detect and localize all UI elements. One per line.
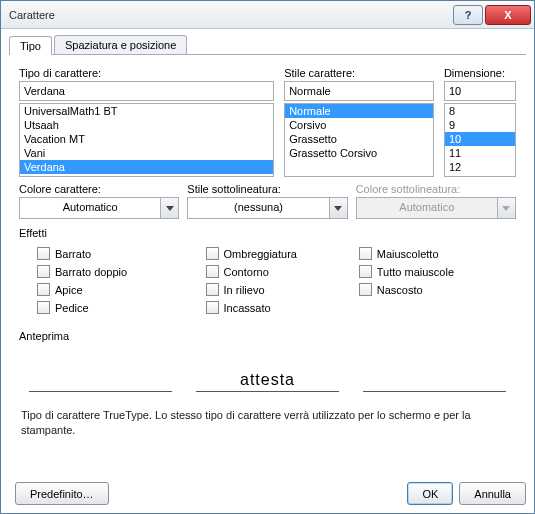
style-listbox[interactable]: Normale Corsivo Grassetto Grassetto Cors… (284, 103, 434, 177)
tab-spacing-label: Spaziatura e posizione (65, 39, 176, 51)
checkbox-engrave[interactable]: Incassato (206, 301, 359, 314)
font-label: Tipo di carattere: (19, 67, 274, 79)
list-item[interactable]: 8 (445, 104, 515, 118)
character-dialog: Carattere ? X Tipo Spaziatura e posizion… (0, 0, 535, 514)
checkbox-icon (37, 283, 50, 296)
preview-text: attesta (240, 371, 295, 391)
checkbox-icon (37, 247, 50, 260)
checkbox-superscript[interactable]: Apice (37, 283, 206, 296)
list-item[interactable]: Normale (285, 104, 433, 118)
checkbox-icon (206, 283, 219, 296)
list-item[interactable]: 12 (445, 160, 515, 174)
checkbox-smallcaps[interactable]: Maiuscoletto (359, 247, 512, 260)
list-item[interactable]: Grassetto Corsivo (285, 146, 433, 160)
preview-area: attesta (19, 346, 516, 400)
close-button[interactable]: X (485, 5, 531, 25)
cancel-button[interactable]: Annulla (459, 482, 526, 505)
font-color-dropdown[interactable]: Automatico (19, 197, 179, 219)
checkbox-icon (359, 265, 372, 278)
list-item[interactable]: Utsaah (20, 118, 273, 132)
checkbox-icon (206, 265, 219, 278)
checkbox-shadow[interactable]: Ombreggiatura (206, 247, 359, 260)
tab-type-label: Tipo (20, 40, 41, 52)
checkbox-outline[interactable]: Contorno (206, 265, 359, 278)
underline-style-dropdown[interactable]: (nessuna) (187, 197, 347, 219)
chevron-down-icon (497, 198, 515, 218)
tab-spacing[interactable]: Spaziatura e posizione (54, 35, 187, 54)
underline-color-label: Colore sottolineatura: (356, 183, 516, 195)
window-title: Carattere (1, 9, 452, 21)
size-listbox[interactable]: 8 9 10 11 12 (444, 103, 516, 177)
font-input[interactable] (19, 81, 274, 101)
checkbox-icon (359, 283, 372, 296)
checkbox-icon (206, 247, 219, 260)
list-item[interactable]: 10 (445, 132, 515, 146)
underline-style-label: Stile sottolineatura: (187, 183, 347, 195)
font-color-value: Automatico (20, 198, 160, 218)
checkbox-icon (37, 301, 50, 314)
underline-color-value: Automatico (357, 198, 497, 218)
style-label: Stile carattere: (284, 67, 434, 79)
titlebar: Carattere ? X (1, 1, 534, 29)
tab-type[interactable]: Tipo (9, 36, 52, 55)
checkbox-allcaps[interactable]: Tutto maiuscole (359, 265, 512, 278)
font-listbox[interactable]: UniversalMath1 BT Utsaah Vacation MT Van… (19, 103, 274, 177)
list-item[interactable]: Vani (20, 146, 273, 160)
list-item[interactable]: Corsivo (285, 118, 433, 132)
list-item[interactable]: Grassetto (285, 132, 433, 146)
list-item[interactable]: 9 (445, 118, 515, 132)
chevron-down-icon (160, 198, 178, 218)
default-button[interactable]: Predefinito… (15, 482, 109, 505)
ok-button[interactable]: OK (407, 482, 453, 505)
underline-color-dropdown: Automatico (356, 197, 516, 219)
font-color-label: Colore carattere: (19, 183, 179, 195)
checkbox-icon (37, 265, 50, 278)
footnote-text: Tipo di carattere TrueType. Lo stesso ti… (9, 400, 526, 446)
list-item[interactable]: 11 (445, 146, 515, 160)
size-label: Dimensione: (444, 67, 516, 79)
checkbox-strikethrough[interactable]: Barrato (37, 247, 206, 260)
effects-label: Effetti (19, 227, 516, 239)
chevron-down-icon (329, 198, 347, 218)
checkbox-emboss[interactable]: In rilievo (206, 283, 359, 296)
tab-bar: Tipo Spaziatura e posizione (9, 35, 526, 55)
style-input[interactable] (284, 81, 434, 101)
checkbox-double-strike[interactable]: Barrato doppio (37, 265, 206, 278)
list-item[interactable]: Verdana (20, 160, 273, 174)
list-item[interactable]: Vacation MT (20, 132, 273, 146)
size-input[interactable] (444, 81, 516, 101)
checkbox-icon (206, 301, 219, 314)
preview-label: Anteprima (19, 330, 516, 342)
checkbox-subscript[interactable]: Pedice (37, 301, 206, 314)
underline-style-value: (nessuna) (188, 198, 328, 218)
help-button[interactable]: ? (453, 5, 483, 25)
checkbox-hidden[interactable]: Nascosto (359, 283, 512, 296)
checkbox-icon (359, 247, 372, 260)
list-item[interactable]: UniversalMath1 BT (20, 104, 273, 118)
